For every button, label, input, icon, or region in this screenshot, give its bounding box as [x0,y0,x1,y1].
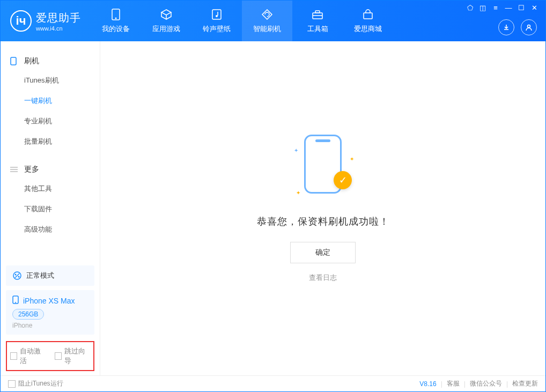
ok-button[interactable]: 确定 [290,242,356,263]
checkbox-icon [8,380,16,388]
group-title: 刷机 [24,56,39,66]
menu-icon[interactable]: ≡ [492,4,499,12]
svg-rect-3 [212,10,221,19]
options-highlighted-box: 自动激活 跳过向导 [6,341,94,371]
app-title: 爱思助手 [36,11,81,25]
sidebar-item-pro-flash[interactable]: 专业刷机 [1,111,100,131]
app-url: www.i4.cn [36,25,81,32]
svg-point-19 [15,302,16,303]
svg-point-15 [15,274,17,276]
checkbox-label: 阻止iTunes运行 [18,379,63,388]
download-button[interactable] [498,19,514,35]
device-type: iPhone [12,322,88,329]
sidebar-item-advanced[interactable]: 高级功能 [1,219,100,240]
footer-link-update[interactable]: 检查更新 [512,379,538,388]
tab-label: 铃声壁纸 [203,24,231,34]
check-badge-icon: ✓ [334,171,352,189]
tab-store[interactable]: 爱思商城 [343,1,393,41]
version-label: V8.16 [419,380,436,388]
lock-icon[interactable]: ◫ [479,4,486,12]
tab-toolbox[interactable]: 工具箱 [292,1,343,41]
device-name: iPhone XS Max [23,297,75,305]
mode-icon [12,271,22,280]
checkbox-icon [55,352,62,360]
device-mode-box[interactable]: 正常模式 [6,265,94,286]
checkbox-skip-guide[interactable]: 跳过向导 [55,346,91,366]
sidebar-item-other-tools[interactable]: 其他工具 [1,179,100,199]
svg-point-1 [115,18,117,19]
tab-label: 智能刷机 [253,24,281,34]
checkbox-icon [10,352,17,360]
checkbox-block-itunes[interactable]: 阻止iTunes运行 [8,379,63,388]
svg-marker-2 [161,10,171,15]
sidebar-item-batch-flash[interactable]: 批量刷机 [1,131,100,152]
maximize-button[interactable]: ☐ [518,4,525,12]
svg-rect-6 [315,11,320,13]
svg-point-4 [216,15,218,17]
footer-link-wechat[interactable]: 微信公众号 [470,379,502,388]
device-mode-label: 正常模式 [26,271,54,280]
sparkle-icon: ✦ [294,147,298,153]
success-illustration: ✦ ✦ ✦ ✓ [291,135,355,199]
sidebar-item-download-firmware[interactable]: 下载固件 [1,199,100,219]
tab-my-device[interactable]: 我的设备 [91,1,141,41]
phone-icon [10,57,19,65]
list-icon [10,166,19,173]
tab-label: 爱思商城 [354,24,382,34]
sidebar-group-flash: 刷机 [1,52,100,70]
tab-ringtones-wallpapers[interactable]: 铃声壁纸 [191,1,242,41]
shop-icon [362,8,374,21]
device-icon [112,8,120,21]
shirt-icon[interactable]: ⬠ [466,4,474,12]
status-bar: 阻止iTunes运行 V8.16 | 客服 | 微信公众号 | 检查更新 [1,375,545,391]
window-controls: ⬠ ◫ ≡ — ☐ ✕ [464,1,540,15]
view-log-link[interactable]: 查看日志 [257,273,389,283]
tab-smart-flash[interactable]: 智能刷机 [242,1,292,41]
svg-rect-10 [11,57,16,65]
result-panel: ✦ ✦ ✦ ✓ 恭喜您，保资料刷机成功啦！ 确定 查看日志 [257,135,389,283]
cube-icon [160,8,172,21]
sparkle-icon: ✦ [350,156,354,162]
sidebar-item-oneclick-flash[interactable]: 一键刷机 [1,91,100,111]
minimize-button[interactable]: — [505,4,512,12]
checkbox-label: 自动激活 [20,346,46,366]
device-info-box[interactable]: iPhone XS Max 256GB iPhone [6,290,94,335]
sparkle-icon: ✦ [296,190,300,196]
sidebar-group-more: 更多 [1,160,100,179]
logo-icon: iч [10,10,32,32]
footer-link-support[interactable]: 客服 [447,379,460,388]
main-tabs: 我的设备 应用游戏 铃声壁纸 智能刷机 工具箱 爱思商城 [91,1,393,41]
checkbox-label: 跳过向导 [64,346,90,366]
user-button[interactable] [521,19,537,35]
sidebar-item-itunes-flash[interactable]: iTunes刷机 [1,70,100,91]
device-phone-icon [12,295,19,306]
svg-rect-8 [364,13,372,19]
device-capacity: 256GB [12,309,44,320]
tab-label: 我的设备 [102,24,130,34]
app-logo: iч 爱思助手 www.i4.cn [1,1,91,41]
tab-label: 应用游戏 [152,24,180,34]
checkbox-auto-activate[interactable]: 自动激活 [10,346,46,366]
sidebar: 刷机 iTunes刷机 一键刷机 专业刷机 批量刷机 更多 其他工具 下载固件 … [1,41,100,375]
group-title: 更多 [24,165,39,174]
app-header: iч 爱思助手 www.i4.cn 我的设备 应用游戏 铃声壁纸 智能刷机 工具… [1,1,545,41]
close-button[interactable]: ✕ [530,4,538,12]
result-message: 恭喜您，保资料刷机成功啦！ [257,215,389,228]
refresh-icon [261,8,273,21]
svg-point-9 [528,25,530,28]
svg-point-16 [18,276,20,278]
main-content: ✦ ✦ ✦ ✓ 恭喜您，保资料刷机成功啦！ 确定 查看日志 [100,41,545,375]
tab-label: 工具箱 [307,24,328,34]
tab-apps-games[interactable]: 应用游戏 [141,1,191,41]
toolbox-icon [312,8,323,21]
music-icon [211,8,222,21]
